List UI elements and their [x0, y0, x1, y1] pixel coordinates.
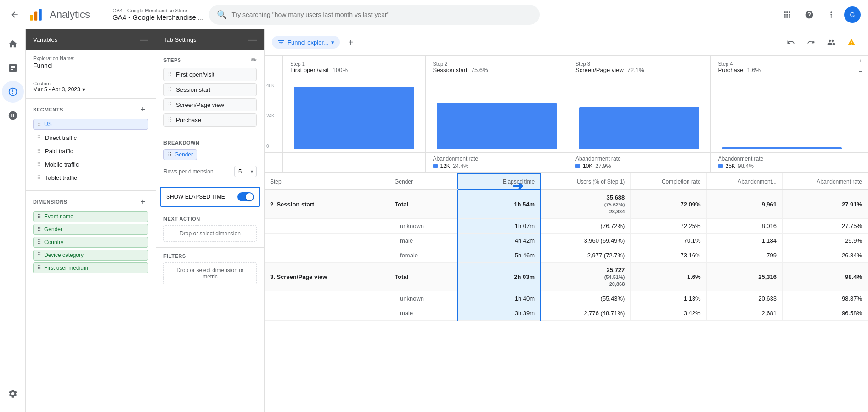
steps-edit-icon[interactable]: ✏ — [251, 56, 257, 64]
cell-abandon-r: 29.9% — [782, 234, 868, 248]
breakdown-gender[interactable]: ⠿ Gender — [163, 149, 197, 160]
top-navigation: Analytics GA4 - Google Merchandise Store… — [0, 0, 868, 29]
drag-handle-icon: ⠿ — [37, 239, 41, 245]
date-label: Custom — [33, 81, 85, 86]
next-action-section: NEXT ACTION Drop or select dimension — [156, 211, 264, 248]
bar1 — [294, 87, 414, 149]
back-button[interactable] — [7, 7, 22, 22]
zoom-in-button[interactable]: + — [853, 56, 868, 66]
elapsed-time-arrow: ➜ — [513, 178, 523, 194]
variables-minimize-icon[interactable]: — — [140, 35, 148, 45]
redo-button[interactable] — [802, 33, 820, 51]
step2-header: Step 2 Session start 75.6% — [426, 56, 569, 79]
apps-button[interactable] — [778, 6, 796, 24]
drag-handle-icon: ⠿ — [37, 226, 41, 233]
segment-mobile-traffic[interactable]: ⠿ Mobile traffic — [33, 158, 148, 171]
add-dimension-button[interactable]: + — [137, 196, 148, 207]
cell-abandon-n: 1,184 — [706, 234, 782, 248]
abandon-cell3: Abandonment rate 10K 27.9% — [568, 153, 711, 172]
step-first-open[interactable]: ⠿ First open/visit — [163, 68, 257, 81]
zoom-out-button[interactable]: − — [853, 66, 868, 77]
dimension-country[interactable]: ⠿ Country — [33, 237, 148, 248]
next-action-drop-zone[interactable]: Drop or select dimension — [163, 225, 257, 242]
sidebar-advertising-icon[interactable] — [2, 105, 24, 127]
step2-name: Session start — [433, 67, 468, 73]
funnel-chart-bars: 48K 24K 0 — [265, 79, 868, 153]
cell-completion: 72.09% — [631, 190, 706, 219]
cell-abandon-r: 27.91% — [782, 190, 868, 219]
y-label-24k: 24K — [266, 113, 281, 118]
rows-per-dim-select[interactable]: 5 10 25 — [234, 166, 257, 177]
cell-elapsed: 1h 40m — [458, 291, 541, 306]
cell-step: 2. Session start — [265, 190, 389, 219]
steps-section: STEPS ✏ ⠿ First open/visit ⠿ Session sta… — [156, 50, 264, 134]
abandon-val1: 12K — [440, 163, 450, 169]
undo-button[interactable] — [782, 33, 800, 51]
tab-settings-panel: Tab Settings — STEPS ✏ ⠿ First open/visi… — [156, 29, 265, 412]
cell-step — [265, 234, 389, 248]
segment-paid-traffic[interactable]: ⠿ Paid traffic — [33, 145, 148, 157]
abandon-cell1 — [283, 153, 426, 172]
cell-abandon-r: 98.87% — [782, 291, 868, 306]
cell-step — [265, 291, 389, 306]
step-drag-icon: ⠿ — [168, 117, 172, 123]
search-input[interactable] — [231, 11, 532, 18]
segment-tablet-traffic[interactable]: ⠿ Tablet traffic — [33, 172, 148, 184]
abandon-color-icon2 — [575, 164, 580, 168]
drag-handle-icon: ⠿ — [37, 252, 41, 258]
step-drag-icon: ⠿ — [168, 86, 172, 93]
exploration-label: Exploration Name: — [33, 56, 148, 61]
elapsed-time-toggle[interactable] — [237, 192, 254, 201]
cell-abandon-n: 25,316 — [706, 263, 782, 291]
more-options-button[interactable] — [822, 6, 840, 24]
drag-handle-icon: ⠿ — [37, 148, 41, 155]
warning-button[interactable] — [842, 33, 861, 51]
step-screen-page-view[interactable]: ⠿ Screen/Page view — [163, 98, 257, 111]
col-users-pct: Users (% of Step 1) — [541, 173, 631, 190]
bar4-container — [711, 79, 854, 152]
rows-select-wrapper: 5 10 25 — [234, 166, 257, 177]
account-name: GA4 - Google Merchandise ... — [113, 13, 203, 21]
sidebar-explore-icon[interactable] — [2, 81, 24, 103]
exploration-name-section: Exploration Name: Funnel — [26, 50, 156, 75]
y-axis-spacer — [265, 56, 283, 79]
sidebar-settings-icon[interactable] — [2, 383, 24, 405]
dimension-device-category[interactable]: ⠿ Device category — [33, 250, 148, 261]
active-exploration-tab[interactable]: Funnel explor... ▾ — [272, 36, 340, 49]
segment-direct-traffic[interactable]: ⠿ Direct traffic — [33, 132, 148, 144]
user-avatar[interactable]: G — [844, 6, 861, 23]
segment-us[interactable]: ⠿ US — [33, 119, 148, 130]
abandon-pct1: 24.4% — [453, 163, 468, 169]
add-tab-button[interactable]: + — [344, 35, 358, 50]
step1-pct: 100% — [333, 67, 348, 73]
step3-pct: 72.1% — [627, 67, 644, 73]
share-button[interactable] — [822, 33, 840, 51]
cell-gender: unknown — [389, 291, 458, 306]
tab-settings-minimize-icon[interactable]: — — [248, 35, 257, 45]
tab-dropdown-icon[interactable]: ▾ — [331, 39, 334, 46]
help-button[interactable] — [800, 6, 818, 24]
filters-drop-zone[interactable]: Drop or select dimension or metric — [163, 262, 257, 284]
step-purchase[interactable]: ⠿ Purchase — [163, 113, 257, 127]
dimension-event-name[interactable]: ⠿ Event name — [33, 211, 148, 222]
cell-completion: 3.42% — [631, 306, 706, 321]
funnel-icon — [277, 39, 285, 46]
drag-handle-icon: ⠿ — [37, 213, 41, 220]
sidebar-home-icon[interactable] — [2, 33, 24, 55]
add-segment-button[interactable]: + — [137, 104, 148, 115]
step-session-start[interactable]: ⠿ Session start — [163, 83, 257, 96]
sidebar-reports-icon[interactable] — [2, 57, 24, 79]
y-label-0: 0 — [266, 144, 281, 149]
drag-handle-icon: ⠿ — [37, 161, 41, 168]
col-abandonment-rate: Abandonment rate — [782, 173, 868, 190]
svg-rect-0 — [30, 15, 33, 21]
breakdown-title: BREAKDOWN — [163, 140, 257, 145]
date-value[interactable]: Mar 5 - Apr 3, 2023 ▾ — [33, 86, 85, 93]
cell-abandon-r: 96.58% — [782, 306, 868, 321]
cell-elapsed: 2h 03m — [458, 263, 541, 291]
cell-abandon-n: 8,016 — [706, 219, 782, 234]
dimension-first-user-medium[interactable]: ⠿ First user medium — [33, 262, 148, 273]
dimension-gender[interactable]: ⠿ Gender — [33, 224, 148, 235]
app-logo — [28, 6, 44, 23]
search-bar[interactable]: 🔍 — [209, 5, 540, 25]
